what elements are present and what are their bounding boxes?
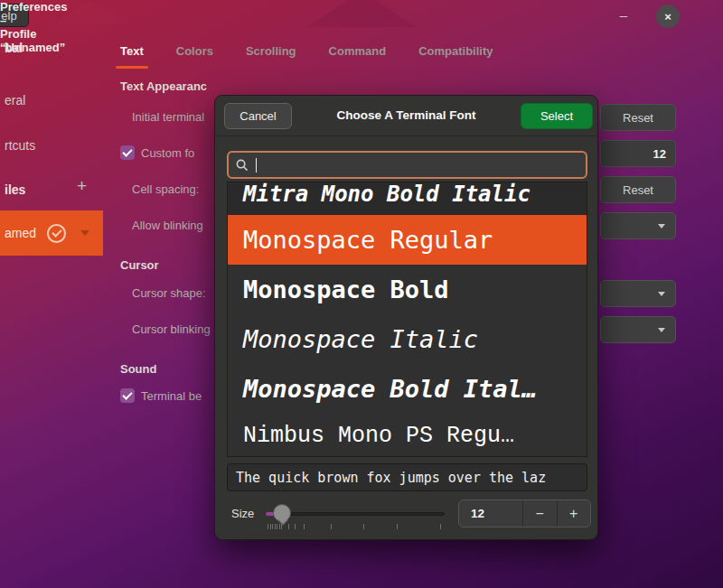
dialog-header: Cancel Choose A Terminal Font Select [215, 96, 597, 136]
sidebar-item-global[interactable]: bal [5, 41, 23, 55]
cursor-blinking-dropdown[interactable] [600, 316, 676, 343]
tab-text[interactable]: Text [120, 44, 144, 69]
size-spinbox: 12 − + [458, 499, 591, 527]
size-label: Size [231, 507, 254, 520]
slider-tick [279, 524, 280, 529]
slider-tick [281, 524, 282, 529]
sidebar-item-unnamed-profile[interactable]: amed [0, 210, 103, 256]
decrease-size-button[interactable]: − [522, 500, 557, 527]
label-cursor-shape: Cursor shape: [132, 286, 206, 300]
custom-font-checkbox-row[interactable]: Custom fo [120, 145, 194, 160]
chevron-down-icon [658, 292, 665, 296]
checkbox-checked-icon[interactable] [120, 388, 135, 403]
wallpaper-triangle [307, 0, 416, 27]
slider-tick [268, 524, 268, 529]
reset-terminal-size-button[interactable]: Reset [600, 104, 676, 131]
select-button[interactable]: Select [521, 103, 593, 129]
sidebar-item-shortcuts[interactable]: rtcuts [5, 138, 35, 153]
font-list-item[interactable]: Monospace Bold [228, 265, 587, 314]
check-circle-icon [47, 224, 66, 243]
minimize-button[interactable]: – [615, 5, 633, 23]
slider-tick [270, 524, 271, 529]
sidebar-item-profiles[interactable]: iles [5, 182, 25, 197]
label-initial-terminal: Initial terminal [132, 110, 204, 124]
checkbox-checked-icon[interactable] [120, 145, 135, 160]
tab-bar: Text Colors Scrolling Command Compatibil… [120, 44, 493, 69]
slider-tick [363, 524, 364, 529]
allow-blinking-dropdown[interactable] [600, 212, 676, 239]
section-sound: Sound [120, 362, 156, 376]
label-custom-font: Custom fo [141, 146, 194, 160]
slider-tick [331, 524, 332, 529]
font-list-item-selected[interactable]: Monospace Regular [228, 215, 587, 265]
font-list-item[interactable]: Nimbus Mono PS Regu… [228, 414, 587, 457]
font-list-item[interactable]: Mitra Mono Bold Italic [228, 182, 587, 215]
slider-track[interactable] [266, 512, 445, 516]
font-name: Mitra Mono Bold Italic [243, 182, 531, 207]
text-cursor [256, 158, 257, 173]
chevron-down-icon [658, 328, 665, 332]
size-value[interactable]: 12 [459, 500, 522, 527]
font-size-entry[interactable]: 12 [600, 140, 676, 167]
tab-compatibility[interactable]: Compatibility [418, 44, 493, 69]
font-preview-text: The quick brown fox jumps over the laz [227, 463, 587, 491]
section-cursor: Cursor [120, 258, 159, 272]
slider-tick [304, 524, 305, 529]
label-allow-blinking: Allow blinking [132, 219, 203, 232]
reset-cell-spacing-button[interactable]: Reset [600, 176, 676, 203]
font-size-slider[interactable] [266, 499, 445, 528]
slider-tick [440, 524, 441, 529]
font-chooser-dialog: Cancel Choose A Terminal Font Select Mit… [214, 95, 598, 540]
slider-tick [275, 524, 276, 529]
close-icon[interactable]: × [656, 5, 680, 28]
tab-command[interactable]: Command [329, 44, 387, 69]
slider-tick [295, 524, 296, 529]
terminal-bell-checkbox-row[interactable]: Terminal be [120, 388, 202, 403]
add-profile-button[interactable]: + [77, 176, 87, 196]
chevron-down-icon [658, 224, 665, 229]
label-cell-spacing: Cell spacing: [132, 182, 199, 196]
slider-tick [272, 524, 273, 529]
slider-handle[interactable] [273, 504, 291, 522]
font-search-input[interactable] [227, 151, 587, 179]
tab-scrolling[interactable]: Scrolling [246, 44, 296, 69]
sidebar-item-general[interactable]: eral [5, 93, 25, 107]
section-text-appearance: Text Appearanc [120, 79, 207, 93]
label-terminal-bell: Terminal be [141, 389, 202, 403]
chevron-down-icon[interactable] [80, 230, 89, 236]
font-list-item[interactable]: Monospace Italic [228, 314, 587, 364]
slider-tick [288, 524, 289, 529]
search-icon [236, 159, 249, 172]
profile-label: amed [5, 226, 36, 240]
font-list: Mitra Mono Bold Italic Monospace Regular… [227, 182, 587, 457]
font-list-item[interactable]: Monospace Bold Ital… [228, 364, 587, 414]
label-cursor-blinking: Cursor blinking [132, 322, 211, 336]
tab-colors[interactable]: Colors [176, 44, 213, 69]
slider-tick [277, 524, 277, 529]
slider-tick [397, 524, 398, 529]
cursor-shape-dropdown[interactable] [600, 280, 676, 307]
increase-size-button[interactable]: + [557, 500, 591, 527]
